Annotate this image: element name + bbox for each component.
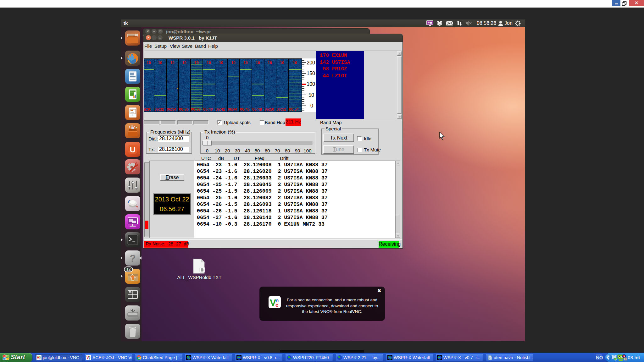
svg-text:10: 10	[268, 61, 272, 65]
svg-text:200: 200	[307, 60, 315, 65]
svg-text:V: V	[86, 355, 89, 360]
svg-text:100: 100	[307, 81, 315, 87]
svg-text:06:42: 06:42	[215, 107, 225, 112]
svg-text:10: 10	[147, 61, 151, 65]
svg-text:06:38: 06:38	[191, 107, 201, 112]
svg-text:V: V	[37, 355, 39, 360]
svg-text:?: ?	[130, 253, 136, 264]
svg-text:c: c	[89, 358, 90, 360]
svg-text:0: 0	[310, 103, 313, 108]
svg-text:10: 10	[293, 61, 297, 65]
svg-text:10: 10	[182, 61, 186, 65]
svg-text:06:50: 06:50	[264, 107, 274, 112]
svg-text:10: 10	[243, 61, 248, 65]
svg-text:10: 10	[194, 61, 199, 65]
svg-text:06:46: 06:46	[240, 107, 250, 112]
svg-text:10: 10	[280, 61, 284, 65]
svg-text:6:30: 6:30	[144, 107, 151, 112]
svg-text:c: c	[275, 302, 278, 308]
svg-text:06:54: 06:54	[289, 107, 299, 112]
svg-text:c: c	[39, 358, 41, 360]
svg-text:06:44: 06:44	[228, 107, 237, 112]
svg-text:V: V	[270, 297, 276, 308]
svg-text:10: 10	[219, 61, 223, 65]
svg-text:10: 10	[158, 61, 162, 65]
svg-text:06:48: 06:48	[252, 107, 262, 112]
svg-text:50: 50	[308, 92, 314, 98]
svg-text:10: 10	[207, 61, 211, 65]
svg-text:10: 10	[170, 61, 175, 65]
svg-text:06:32: 06:32	[154, 107, 164, 112]
svg-text:06:34: 06:34	[167, 107, 176, 112]
svg-text:06:36: 06:36	[179, 107, 189, 112]
svg-text:10: 10	[231, 61, 236, 65]
svg-text:150: 150	[307, 71, 315, 76]
svg-text:06:40: 06:40	[203, 107, 213, 112]
svg-text:06:52: 06:52	[276, 107, 286, 112]
svg-text:U: U	[130, 145, 136, 154]
svg-text:10: 10	[256, 61, 260, 65]
